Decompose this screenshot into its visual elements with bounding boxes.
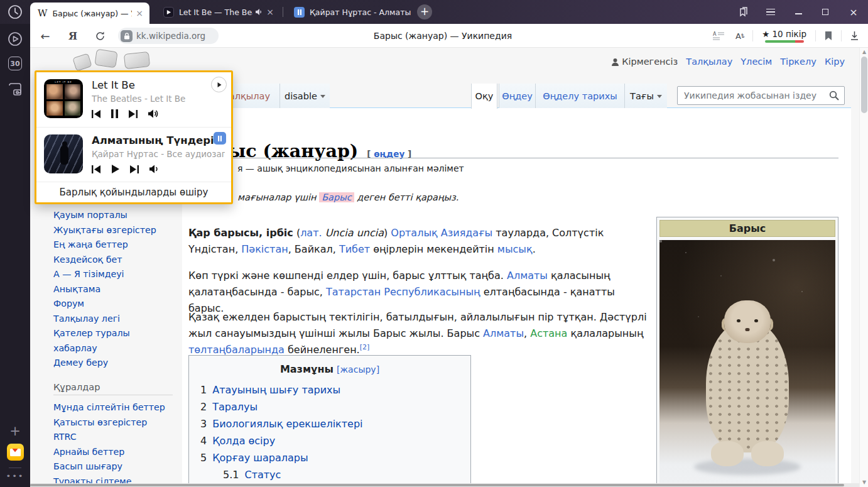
toc-item[interactable]: 3Биологиялық ерекшеліктері <box>200 415 459 432</box>
personal-link-talk[interactable]: Талқылау <box>686 57 732 67</box>
sidebar-link[interactable]: А — Я тізімдеуі <box>53 267 173 282</box>
next-track-icon[interactable] <box>130 165 139 173</box>
inline-link[interactable]: Астана <box>530 327 567 339</box>
sidebar-link[interactable]: Форум <box>53 297 173 312</box>
mute-all-tabs-button[interactable]: Барлық қойындыларды өшіру <box>36 182 231 202</box>
add-panel-icon[interactable]: + <box>0 424 30 439</box>
tools-link[interactable]: Мұнда сілтейтін беттер <box>53 400 179 415</box>
tab-wikipedia[interactable]: W Барыс (жануар) — Уикипедия × <box>30 3 149 24</box>
inline-link[interactable]: Татарстан Республикасының <box>326 286 480 298</box>
sidebar-link[interactable]: Қателер туралы хабарлау <box>53 326 173 356</box>
speaker-icon[interactable] <box>255 8 263 16</box>
address-bar[interactable]: kk.wikipedia.org <box>118 28 219 44</box>
tab-let-it-be[interactable]: Let It Be — The Beatles × <box>157 0 280 24</box>
page-tab-read[interactable]: Оқу <box>471 84 497 109</box>
toc-item[interactable]: 5Қорғау шаралары <box>200 449 459 466</box>
reload-button[interactable] <box>92 24 108 48</box>
toc-subitem[interactable]: 5.1Статус <box>200 466 459 483</box>
scroll-up-arrow[interactable]: ▲ <box>860 49 868 55</box>
sidebar-link[interactable]: Демеу беру <box>53 356 173 371</box>
star-icon: ★ <box>762 29 769 39</box>
vertical-scrollbar[interactable]: ▲ ▼ <box>859 48 868 487</box>
minimize-button[interactable] <box>793 6 804 18</box>
downloads-icon[interactable] <box>850 31 859 41</box>
scrollbar-thumb[interactable] <box>30 484 844 486</box>
volume-icon[interactable] <box>148 109 158 118</box>
player-track-kairat-nurtas: Алматының Түндері Ай Қайрат Нұртас - Все… <box>36 127 231 182</box>
text-segment: мағыналар үшін <box>237 192 319 202</box>
pause-icon[interactable] <box>111 109 118 118</box>
new-tab-button[interactable]: + <box>417 4 432 19</box>
personal-link-register[interactable]: Тіркелу <box>780 57 816 67</box>
sidebar-link[interactable]: Кездейсоқ бет <box>53 253 173 268</box>
toc-item[interactable]: 1Атауының шығу тарихы <box>200 381 459 398</box>
more-options-icon[interactable]: ••• <box>0 471 30 481</box>
inline-link[interactable]: мысық <box>497 243 533 255</box>
tools-link[interactable]: Қатысты өзгерістер <box>53 415 179 430</box>
calendar-icon[interactable]: 30 <box>0 57 30 70</box>
maximize-button[interactable] <box>820 6 831 18</box>
next-track-icon[interactable] <box>129 110 138 118</box>
tools-link[interactable]: Арнайы беттер <box>53 445 179 460</box>
inline-link[interactable]: Алматы <box>507 270 548 282</box>
snow-leopard-image[interactable] <box>659 240 835 487</box>
previous-track-icon[interactable] <box>92 165 100 173</box>
sidebar-link[interactable]: Ең жаңа беттер <box>53 238 173 253</box>
text-segment: , Байкал, <box>288 243 339 255</box>
search-input[interactable] <box>683 90 829 101</box>
screenshot-icon[interactable] <box>0 82 30 97</box>
lock-icon[interactable] <box>121 30 133 42</box>
tab-close-icon[interactable]: × <box>263 7 280 17</box>
tab-paused-badge[interactable] <box>214 132 226 145</box>
text-segment: . <box>533 243 536 255</box>
bookmark-icon[interactable] <box>824 31 833 41</box>
page-tab-more[interactable]: Тағы <box>624 84 667 108</box>
page-tab-history[interactable]: Өңделу тарихы <box>535 84 624 108</box>
toc-item[interactable]: 2Таралуы <box>200 398 459 415</box>
toc-item[interactable]: 4Қолда өсіру <box>200 432 459 449</box>
inline-link[interactable]: Пәкістан <box>241 243 288 255</box>
sidebar-link[interactable]: Анықтама <box>53 282 173 297</box>
personal-link-login[interactable]: Кіру <box>825 57 845 67</box>
sidebar-link[interactable]: Жуықтағы өзгерістер <box>53 223 173 238</box>
inline-link[interactable]: лат. <box>300 227 322 239</box>
inline-link[interactable]: Тибет <box>339 243 370 255</box>
history-clock-icon[interactable] <box>7 4 23 20</box>
inline-link[interactable]: [2] <box>360 343 370 351</box>
text-segment: өңірлерін мекендейтін <box>370 243 497 255</box>
wiki-search-box[interactable] <box>677 86 845 105</box>
collections-icon[interactable] <box>737 6 749 18</box>
play-in-tab-button[interactable] <box>211 77 227 92</box>
personal-link-contribs[interactable]: Үлесім <box>741 57 772 67</box>
translate-icon[interactable]: Aѣ <box>735 31 744 41</box>
reader-mode-icon[interactable]: A <box>713 31 724 40</box>
site-rating[interactable]: ★10 пікір <box>762 29 806 43</box>
page-tab-edit[interactable]: Өңдеу <box>499 84 535 108</box>
horizontal-scrollbar[interactable] <box>30 483 859 487</box>
toc-toggle-link[interactable]: жасыру <box>340 364 376 375</box>
inline-link[interactable]: төлтаңбаларында <box>188 344 285 356</box>
yandex-mail-icon[interactable] <box>0 444 30 461</box>
menu-icon[interactable] <box>765 6 776 18</box>
scroll-down-arrow[interactable]: ▼ <box>860 479 868 485</box>
sidebar-link[interactable]: Талқылау легі <box>53 312 173 327</box>
inline-link[interactable]: Алматы <box>483 327 524 339</box>
music-player-icon[interactable] <box>0 31 30 47</box>
scrollbar-thumb[interactable] <box>861 57 867 113</box>
tab-kairat-nurtas[interactable]: Қайрат Нұртас - Алматының <box>288 0 411 24</box>
search-icon[interactable] <box>829 90 839 101</box>
sidebar-link[interactable]: Қауым порталы <box>53 208 173 223</box>
player-track-let-it-be: LET IT BE Let It Be The Beatles - Let It… <box>36 72 231 127</box>
previous-track-icon[interactable] <box>92 110 100 118</box>
close-window-button[interactable]: × <box>848 6 859 18</box>
inline-link[interactable]: Орталық Азиядағы <box>391 227 492 239</box>
tools-link[interactable]: RTRC <box>53 430 179 445</box>
tools-link[interactable]: Басып шығару <box>53 459 179 474</box>
yandex-logo-icon[interactable]: Я <box>65 24 80 48</box>
inline-link[interactable]: Барыс <box>319 192 354 202</box>
page-tab-disable[interactable]: disable <box>279 84 330 108</box>
play-icon[interactable] <box>111 165 119 173</box>
tab-close-icon[interactable]: × <box>132 8 149 18</box>
volume-icon[interactable] <box>149 165 160 173</box>
back-button[interactable]: ← <box>36 24 54 48</box>
